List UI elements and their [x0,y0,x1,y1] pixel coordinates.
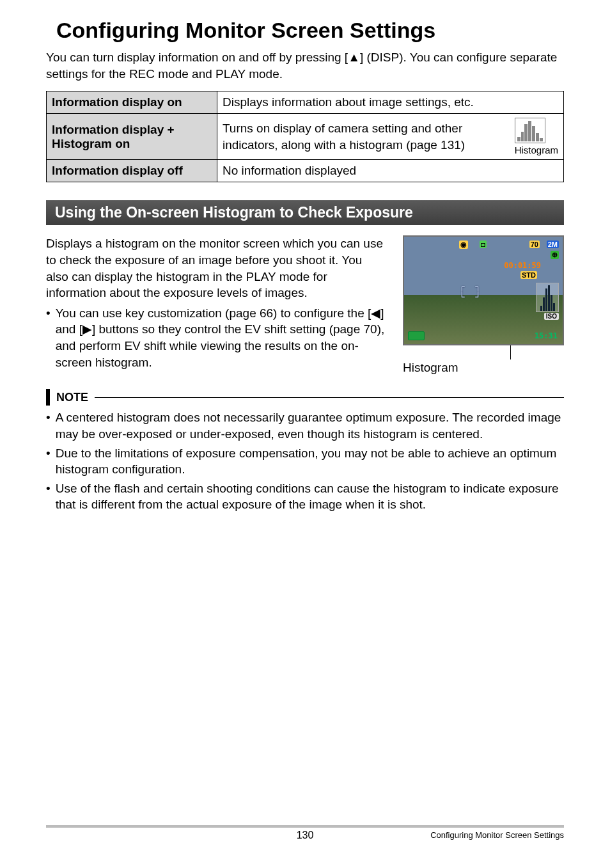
row3-header: Information display off [47,160,217,182]
footer-section: Configuring Monitor Screen Settings [430,830,564,840]
histogram-caption: Histogram [403,361,564,375]
histogram-thumb-label: Histogram [515,145,558,155]
bullet-icon: • [46,480,51,513]
intro-text: You can turn display information on and … [46,49,564,82]
up-arrow-icon: ▲ [348,51,360,64]
note-text: Use of the flash and certain shooting co… [56,480,564,513]
list-item: •Use of the flash and certain shooting c… [46,480,564,513]
list-item: •A centered histogram does not necessari… [46,409,564,442]
list-item: •Due to the limitations of exposure comp… [46,445,564,478]
onscreen-histogram-icon [536,283,559,312]
bullet-icon: • [46,305,51,371]
histogram-description: Displays a histogram on the monitor scre… [46,235,385,375]
metering-icon: ◘ [480,241,487,248]
camera-lcd-preview: ◉ ◘ 70 2M ⊕ 00:01:59 STD ┌ ┐ └ ┘ ISO 15:… [403,235,564,345]
image-size-badge: 2M [547,241,559,248]
iso-badge: ISO [544,313,559,320]
row2-desc: Turns on display of camera setting and o… [223,120,508,153]
page-number: 130 [297,830,314,841]
plus-icon: ⊕ [551,251,559,259]
left-arrow-icon: ◀ [371,306,380,320]
battery-icon [408,331,425,340]
bullet-post: ] buttons so they control the EV shift s… [56,322,385,368]
quality-badge: STD [520,271,537,279]
shot-count: 70 [529,241,540,248]
bullet-pre: You can use key customization (page 66) … [56,306,371,320]
info-display-table: Information display on Displays informat… [46,91,564,182]
row2-header: Information display + Histogram on [47,114,217,160]
rec-time: 00:01:59 [503,261,542,270]
row1-header: Information display on [47,91,217,114]
callout-line [510,345,511,359]
bullet-icon: • [46,445,51,478]
histogram-icon [515,118,545,143]
note-rule [95,397,564,398]
table-row: Information display off No information d… [47,160,564,182]
note-label: NOTE [56,391,88,404]
camera-mode-icon: ◉ [459,241,468,249]
note-text: Due to the limitations of exposure compe… [56,445,564,478]
histogram-bullet: • You can use key customization (page 66… [46,305,385,371]
right-arrow-icon: ▶ [82,322,92,336]
bullet-icon: • [46,409,51,442]
note-bar-icon [46,389,50,406]
row2-cell: Turns on display of camera setting and o… [217,114,563,160]
intro-part1: You can turn display information on and … [46,51,348,64]
page-title: Configuring Monitor Screen Settings [56,18,564,43]
clock-time: 15:31 [533,331,559,340]
table-row: Information display + Histogram on Turns… [47,114,564,160]
histogram-thumbnail: Histogram [515,118,558,155]
page-footer: 130 Configuring Monitor Screen Settings [46,825,564,840]
row3-desc: No information displayed [217,160,563,182]
note-list: •A centered histogram does not necessari… [46,409,564,513]
example-screenshot-area: ◉ ◘ 70 2M ⊕ 00:01:59 STD ┌ ┐ └ ┘ ISO 15:… [403,235,564,375]
note-text: A centered histogram does not necessaril… [56,409,564,442]
section-heading: Using the On-screen Histogram to Check E… [46,200,564,225]
row1-desc: Displays information about image setting… [217,91,563,114]
note-heading: NOTE [46,389,564,406]
table-row: Information display on Displays informat… [47,91,564,114]
histogram-para: Displays a histogram on the monitor scre… [46,235,385,301]
focus-brackets-icon: ┌ ┐ └ ┘ [459,281,481,302]
